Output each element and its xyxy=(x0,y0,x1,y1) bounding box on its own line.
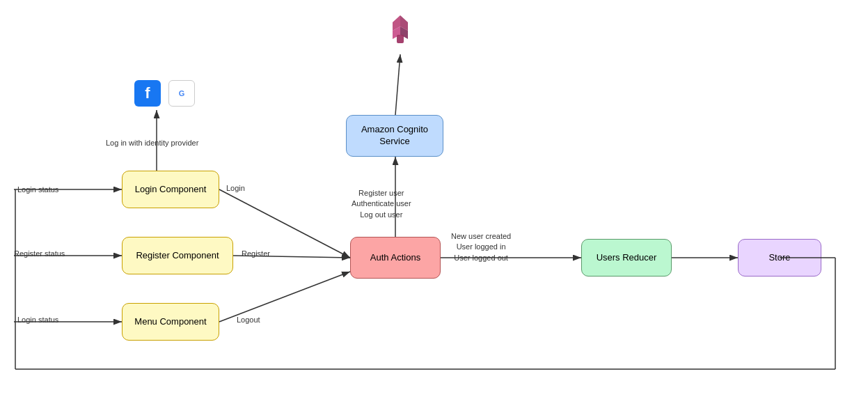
store-node: Store xyxy=(738,239,821,277)
login-component-node: Login Component xyxy=(122,171,219,208)
architecture-diagram: f G Login Component Register Component M… xyxy=(0,0,868,397)
cognito-actions-label: Register user Authenticate user Log out … xyxy=(352,188,411,220)
facebook-icon: f xyxy=(134,80,161,107)
login-status-label-1: Login status xyxy=(17,185,58,195)
menu-component-node: Menu Component xyxy=(122,303,219,341)
google-icon: G xyxy=(168,80,195,107)
register-component-node: Register Component xyxy=(122,237,233,274)
logout-arrow-label: Logout xyxy=(237,315,260,325)
users-reducer-node: Users Reducer xyxy=(581,239,672,277)
auth-actions-node: Auth Actions xyxy=(350,237,441,279)
login-arrow-label: Login xyxy=(226,183,245,194)
svg-line-15 xyxy=(395,54,400,115)
svg-rect-4 xyxy=(397,35,404,43)
aws-amplify-icon xyxy=(381,13,419,50)
login-status-label-2: Login status xyxy=(17,315,58,325)
log-in-identity-label: Log in with identity provider xyxy=(106,138,198,148)
register-status-label: Register status xyxy=(14,249,65,259)
svg-line-9 xyxy=(219,189,350,258)
cognito-node: Amazon Cognito Service xyxy=(346,115,443,157)
register-arrow-label: Register xyxy=(242,249,270,259)
auth-to-reducer-label: New user created User logged in User log… xyxy=(451,231,511,263)
